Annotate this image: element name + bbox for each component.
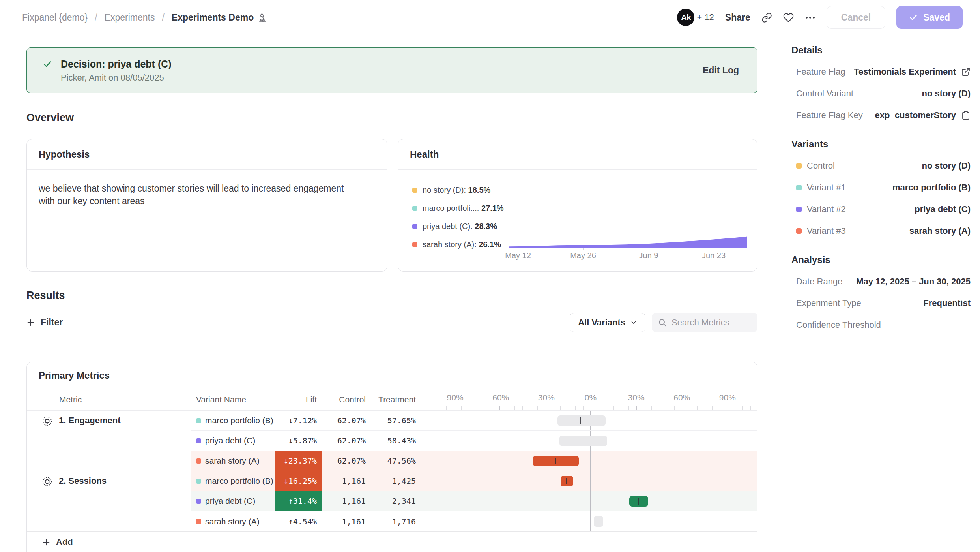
axis-minor-tick xyxy=(720,406,720,410)
axis-tick-label: 60% xyxy=(673,393,690,402)
mean-marker xyxy=(566,478,567,484)
health-legend-item: priya debt (C): 28.3% xyxy=(412,222,504,231)
header-actions: Ak + 12 Share Cancel Saved xyxy=(677,6,963,29)
control-cell: 1,161 xyxy=(322,511,371,531)
row-label: Control Variant xyxy=(796,88,853,99)
variants-row: Variant #2priya debt (C) xyxy=(791,204,971,214)
variant-swatch xyxy=(196,418,201,423)
health-legend-item: marco portfoli...: 27.1% xyxy=(412,204,504,213)
variants-row: Variant #3sarah story (A) xyxy=(791,226,971,236)
breadcrumb-item[interactable]: Fixpanel {demo} xyxy=(22,12,88,23)
add-filter-button[interactable]: Filter xyxy=(26,317,63,328)
axis-minor-tick xyxy=(446,406,447,410)
metric-name: 2. Sessions xyxy=(59,476,107,486)
saved-button[interactable]: Saved xyxy=(896,6,963,29)
control-cell: 62.07% xyxy=(322,431,371,451)
lift-chip: ↓16.25% xyxy=(275,471,322,491)
axis-minor-tick xyxy=(651,406,652,410)
axis-tick-label: 30% xyxy=(628,393,645,402)
axis-minor-tick xyxy=(431,406,431,410)
add-label: Add xyxy=(56,537,73,547)
legend-label: sarah story (A): 26.1% xyxy=(423,240,501,249)
axis-minor-tick xyxy=(735,406,735,410)
analysis-row: Experiment TypeFrequentist xyxy=(791,298,971,308)
breadcrumb: Fixpanel {demo}/Experiments/Experiments … xyxy=(22,12,268,23)
lift-cell: ↓16.25% xyxy=(275,471,322,491)
breadcrumb-item[interactable]: Experiments Demo xyxy=(172,12,268,23)
axis-minor-tick xyxy=(644,406,644,410)
variant-cell: sarah story (A) xyxy=(191,511,275,531)
variant-swatch xyxy=(196,458,201,464)
breadcrumb-separator: / xyxy=(162,12,164,23)
variants-row: Variant #1marco portfolio (B) xyxy=(791,182,971,193)
add-metric-button[interactable]: Add xyxy=(27,531,757,552)
metrics-table-header: Metric Variant Name Lift Control Treatme… xyxy=(27,389,757,411)
ellipsis-icon[interactable] xyxy=(805,12,815,23)
legend-swatch xyxy=(412,242,417,247)
share-button[interactable]: Share xyxy=(725,12,750,23)
x-axis-label: May 26 xyxy=(570,251,596,260)
legend-swatch xyxy=(412,188,417,193)
x-axis-tick xyxy=(518,248,518,250)
axis-tick-label: 0% xyxy=(585,393,597,402)
axis-minor-tick xyxy=(514,406,515,410)
breadcrumb-item[interactable]: Experiments xyxy=(105,12,155,23)
axis-minor-tick xyxy=(568,406,568,410)
link-icon[interactable] xyxy=(761,12,772,23)
health-stacked-area-chart xyxy=(509,206,747,248)
variant-name: marco portfolio (B) xyxy=(205,416,273,425)
cancel-button[interactable]: Cancel xyxy=(827,6,885,29)
search-metrics-input[interactable] xyxy=(671,317,750,328)
decision-banner: Decision: priya debt (C) Picker, Amit on… xyxy=(26,47,757,93)
clipboard-icon[interactable] xyxy=(961,111,971,120)
row-value: sarah story (A) xyxy=(909,226,971,236)
health-legend: no story (D): 18.5%marco portfoli...: 27… xyxy=(412,186,504,249)
top-header: Fixpanel {demo}/Experiments/Experiments … xyxy=(0,0,980,35)
variant-name: sarah story (A) xyxy=(205,456,260,466)
axis-minor-tick xyxy=(659,406,659,410)
lift-cell: ↑4.54% xyxy=(275,511,322,531)
confidence-interval-cell xyxy=(421,451,757,471)
axis-major-tick xyxy=(499,406,500,410)
axis-minor-tick xyxy=(507,406,507,410)
variants-dropdown[interactable]: All Variants xyxy=(570,313,645,332)
details-row: Control Variantno story (D) xyxy=(791,88,971,99)
mean-marker xyxy=(598,518,598,525)
avatar-overflow-count[interactable]: + 12 xyxy=(697,12,714,23)
variant-swatch xyxy=(196,438,201,443)
variant-cell: priya debt (C) xyxy=(191,491,275,511)
confidence-interval-cell xyxy=(421,431,757,451)
variant-swatch xyxy=(796,207,802,212)
treatment-cell: 1,716 xyxy=(371,511,421,531)
axis-minor-tick xyxy=(522,406,523,410)
axis-tick-label: -60% xyxy=(490,393,509,402)
variant-name: sarah story (A) xyxy=(205,517,260,526)
row-value: priya debt (C) xyxy=(915,204,971,214)
decision-subtitle: Picker, Amit on 08/05/2025 xyxy=(61,73,172,83)
results-toolbar: Filter All Variants xyxy=(26,313,757,332)
hypothesis-title: Hypothesis xyxy=(39,149,90,160)
plus-icon xyxy=(42,538,50,546)
metric-target-icon xyxy=(42,416,52,426)
axis-minor-tick xyxy=(439,406,439,410)
row-label: Variant #1 xyxy=(796,182,846,193)
heart-icon[interactable] xyxy=(783,12,794,23)
x-axis-tick xyxy=(583,248,584,250)
axis-minor-tick xyxy=(469,406,469,410)
row-label: Date Range xyxy=(796,276,842,287)
edit-log-button[interactable]: Edit Log xyxy=(703,65,739,76)
external-link-icon[interactable] xyxy=(961,67,971,77)
x-axis-label: May 12 xyxy=(505,251,531,260)
row-label: Feature Flag Key xyxy=(796,110,863,120)
column-header-control: Control xyxy=(322,389,371,410)
confidence-interval-cell xyxy=(421,471,757,491)
lift-cell: ↑31.4% xyxy=(275,491,322,511)
lift-axis-header: -90%-60%-30%0%30%60%90% xyxy=(421,389,757,410)
primary-metrics-card: Primary Metrics Metric Variant Name Lift… xyxy=(26,362,757,552)
metric-target-icon xyxy=(42,476,52,487)
row-label: Experiment Type xyxy=(796,298,861,308)
axis-tick-label: 90% xyxy=(719,393,736,402)
axis-major-tick xyxy=(636,406,637,410)
axis-minor-tick xyxy=(583,406,584,410)
avatar[interactable]: Ak xyxy=(677,9,694,26)
